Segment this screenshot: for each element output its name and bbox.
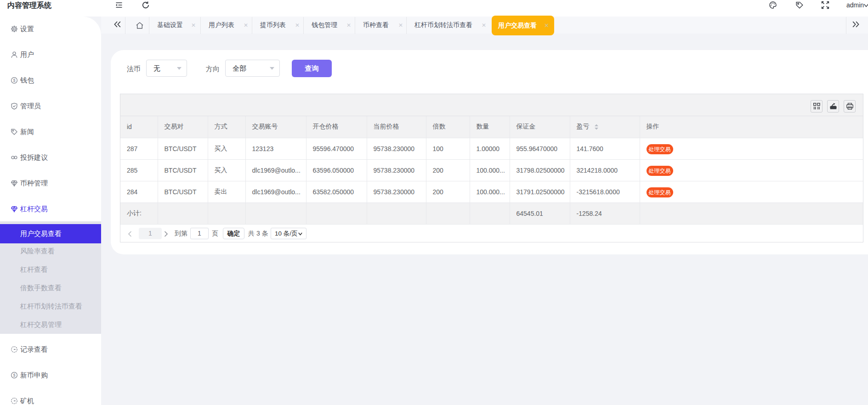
- svg-text:$: $: [13, 373, 16, 377]
- svg-text:$: $: [13, 78, 16, 83]
